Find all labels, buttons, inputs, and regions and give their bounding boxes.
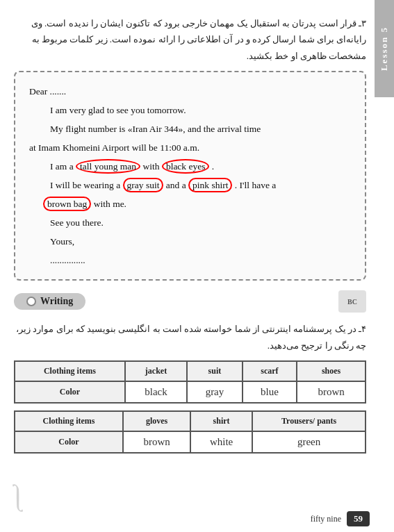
- decorative-curl: ∫: [14, 479, 22, 511]
- page-number: 59: [347, 511, 370, 526]
- table1-color-shoes: brown: [297, 381, 366, 403]
- table2-header-trousers: Trousers/ pants: [252, 411, 366, 431]
- table2-section: Clothing items gloves shirt Trousers/ pa…: [14, 410, 366, 454]
- writing-label: Writing: [40, 296, 73, 307]
- table2-header-gloves: gloves: [123, 411, 190, 431]
- letter-line6: brown bag with me.: [29, 194, 351, 213]
- circle-brown-bag: brown bag: [43, 197, 91, 211]
- table1-color-suit: gray: [187, 381, 243, 403]
- table1-header-clothing: Clothing items: [15, 361, 125, 381]
- line5-post: . I'll have a: [235, 180, 276, 190]
- line5-pre: I will be wearing a: [50, 180, 123, 190]
- table1-value-row: Color black gray blue brown: [15, 381, 366, 403]
- table1-section: Clothing items jacket suit scarf shoes C…: [14, 360, 366, 404]
- lesson-tab: Lesson 5: [375, 0, 394, 97]
- letter-dear: Dear .......: [29, 82, 351, 101]
- letter-line4: I am a tall young man with black eyes .: [29, 157, 351, 176]
- table1-color-label: Color: [15, 381, 125, 403]
- line4-mid: with: [142, 161, 161, 172]
- table1-header-shoes: shoes: [297, 361, 366, 381]
- persian-intro-text: ۳ـ قرار است پدرتان به استقبال یک مهمان خ…: [10, 15, 370, 64]
- table2-color-trousers: green: [252, 431, 366, 453]
- table2-value-row: Color brown white green: [15, 431, 366, 453]
- page-footer: fifty nine 59: [311, 511, 370, 526]
- table1-color-jacket: black: [125, 381, 187, 403]
- letter-line3: at Imam Khomeini Airport will be 11:00 a…: [29, 138, 351, 157]
- table2-color-label: Color: [15, 431, 123, 453]
- table1-header-row: Clothing items jacket suit scarf shoes: [15, 361, 366, 381]
- letter-line8: Yours,: [29, 232, 351, 251]
- bc-logo: BC: [338, 290, 366, 313]
- table1-header-suit: suit: [187, 361, 243, 381]
- table1-header-jacket: jacket: [125, 361, 187, 381]
- table2-color-shirt: white: [190, 431, 252, 453]
- circle-tall-young-man: tall young man: [76, 159, 140, 174]
- bc-logo-text: BC: [347, 298, 357, 306]
- letter-line5: I will be wearing a gray suit and a pink…: [29, 176, 351, 194]
- line5-mid: and a: [166, 180, 188, 190]
- table2-header-row: Clothing items gloves shirt Trousers/ pa…: [15, 411, 366, 431]
- line4-post: .: [212, 161, 214, 172]
- writing-section-header: Writing BC: [14, 290, 366, 313]
- line6-post: with me.: [94, 199, 126, 209]
- page-text: fifty nine: [311, 514, 341, 524]
- table2-header-clothing: Clothing items: [15, 411, 123, 431]
- circle-gray-suit: gray suit: [123, 178, 164, 192]
- task-number: ۴ـ: [356, 324, 366, 334]
- letter-line7: See you there.: [29, 213, 351, 232]
- persian-intro-content: ۳ـ قرار است پدرتان به استقبال یک مهمان خ…: [31, 18, 366, 61]
- table1: Clothing items jacket suit scarf shoes C…: [14, 360, 366, 404]
- section-num-3: ۳ـ: [356, 18, 366, 28]
- persian-task-text: ۴ـ در یک پرسشنامه اینترنتی از شما خواسته…: [10, 321, 370, 354]
- table2-header-shirt: shirt: [190, 411, 252, 431]
- writing-badge: Writing: [14, 293, 85, 310]
- table1-header-scarf: scarf: [243, 361, 297, 381]
- circle-pink-shirt: pink shirt: [188, 178, 232, 192]
- table2-color-gloves: brown: [123, 431, 190, 453]
- circle-black-eyes: black eyes: [162, 159, 210, 174]
- table2: Clothing items gloves shirt Trousers/ pa…: [14, 410, 366, 454]
- letter-line9: ...............: [29, 251, 351, 269]
- line4-pre: I am a: [50, 161, 74, 172]
- letter-box: Dear ....... I am very glad to see you t…: [14, 71, 366, 281]
- lesson-tab-label: Lesson 5: [379, 26, 390, 71]
- table1-color-scarf: blue: [243, 381, 297, 403]
- letter-line2: My flight number is «Iran Air 344», and …: [29, 119, 351, 138]
- letter-line1: I am very glad to see you tomorrow.: [29, 101, 351, 119]
